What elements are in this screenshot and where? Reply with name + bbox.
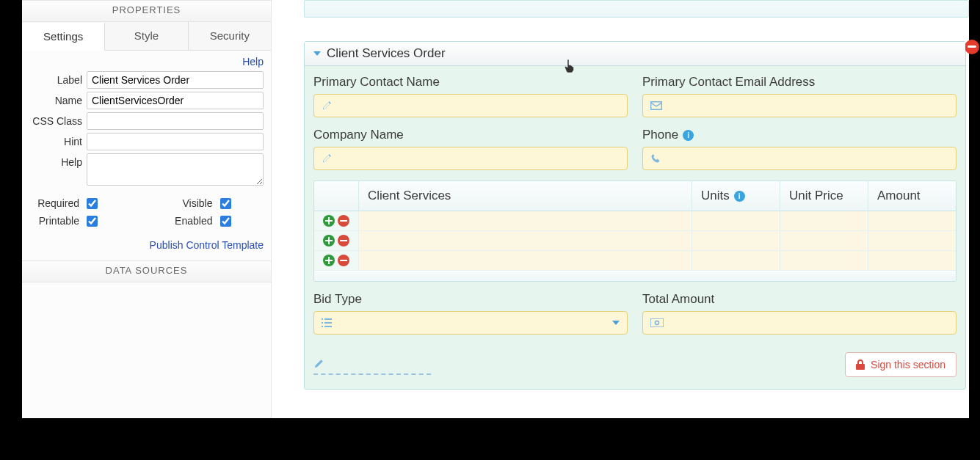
prop-hint-lbl: Hint — [29, 133, 87, 147]
th-actions — [314, 181, 358, 211]
lock-icon — [856, 359, 865, 370]
th-units: Units i — [692, 181, 780, 211]
table-row[interactable] — [314, 231, 956, 251]
section-client-services-order[interactable]: Client Services Order Primary Contact Na… — [304, 41, 966, 390]
prop-name-lbl: Name — [29, 92, 87, 106]
envelope-icon — [650, 101, 662, 110]
services-table[interactable]: Client Services Units i Unit Price Amoun… — [313, 180, 957, 282]
svg-point-1 — [656, 321, 659, 325]
prop-label-lbl: Label — [29, 71, 87, 86]
label-company: Company Name — [313, 128, 628, 142]
prop-css-input[interactable] — [87, 112, 264, 130]
chk-required-lbl: Required — [29, 197, 87, 209]
th-unit-price: Unit Price — [780, 181, 868, 211]
field-phone[interactable]: Phone i — [642, 128, 957, 170]
money-icon — [650, 318, 664, 327]
properties-header: PROPERTIES — [22, 0, 271, 22]
tab-style[interactable]: Style — [105, 22, 188, 50]
prop-help-lbl: Help — [29, 153, 87, 168]
chevron-down-icon — [313, 51, 321, 56]
remove-row-icon[interactable] — [338, 235, 349, 247]
form-canvas: Client Services Order Primary Contact Na… — [272, 0, 969, 418]
prop-hint-input[interactable] — [87, 133, 264, 150]
field-bid-type[interactable]: Bid Type — [313, 292, 628, 335]
section-header[interactable]: Client Services Order — [305, 42, 965, 66]
publish-template-link[interactable]: Publish Control Template — [150, 239, 264, 251]
list-icon — [322, 318, 332, 327]
chk-enabled-lbl: Enabled — [147, 215, 220, 227]
field-primary-contact-name[interactable]: Primary Contact Name — [313, 75, 628, 117]
remove-row-icon[interactable] — [338, 215, 349, 227]
info-icon[interactable]: i — [683, 130, 694, 141]
chk-printable-lbl: Printable — [29, 215, 87, 227]
sign-button-label: Sign this section — [871, 359, 945, 370]
field-primary-contact-email[interactable]: Primary Contact Email Address — [642, 75, 957, 117]
table-row[interactable] — [314, 251, 956, 271]
chk-visible[interactable] — [220, 198, 231, 209]
chk-enabled[interactable] — [220, 216, 231, 227]
tab-security[interactable]: Security — [189, 22, 271, 50]
svg-rect-0 — [650, 318, 664, 327]
datasources-header: DATA SOURCES — [22, 260, 271, 282]
th-amount: Amount — [868, 181, 956, 211]
prop-css-lbl: CSS Class — [29, 112, 87, 127]
section-title: Client Services Order — [327, 46, 446, 61]
prop-name-input[interactable] — [87, 92, 264, 109]
label-total-amount: Total Amount — [642, 292, 957, 307]
add-row-icon[interactable] — [323, 255, 335, 266]
tab-settings[interactable]: Settings — [22, 23, 105, 51]
chk-visible-lbl: Visible — [147, 197, 220, 209]
prop-label-input[interactable] — [87, 71, 264, 89]
delete-section-icon[interactable] — [965, 40, 979, 54]
signature-line[interactable] — [313, 354, 431, 375]
add-row-icon[interactable] — [323, 235, 335, 247]
properties-sidebar: PROPERTIES Settings Style Security Help … — [22, 0, 272, 418]
label-phone: Phone — [642, 128, 678, 142]
chevron-down-icon[interactable] — [612, 321, 620, 325]
th-services: Client Services — [358, 181, 692, 211]
edit-icon — [322, 153, 332, 164]
chk-printable[interactable] — [87, 216, 98, 227]
phone-icon — [650, 153, 661, 164]
edit-icon — [322, 101, 332, 111]
properties-tabs: Settings Style Security — [22, 22, 271, 51]
field-total-amount[interactable]: Total Amount — [642, 292, 957, 335]
field-company-name[interactable]: Company Name — [313, 128, 628, 170]
table-row[interactable] — [314, 211, 956, 231]
chk-required[interactable] — [87, 198, 98, 209]
help-link[interactable]: Help — [242, 56, 264, 67]
label-contact-name: Primary Contact Name — [313, 75, 628, 90]
label-bid-type: Bid Type — [313, 292, 628, 307]
label-contact-email: Primary Contact Email Address — [642, 75, 957, 90]
info-icon[interactable]: i — [734, 191, 745, 202]
prop-help-textarea[interactable] — [87, 153, 264, 186]
sign-section-button[interactable]: Sign this section — [845, 352, 957, 377]
canvas-spacer — [304, 0, 969, 18]
add-row-icon[interactable] — [323, 215, 335, 227]
remove-row-icon[interactable] — [338, 255, 349, 266]
